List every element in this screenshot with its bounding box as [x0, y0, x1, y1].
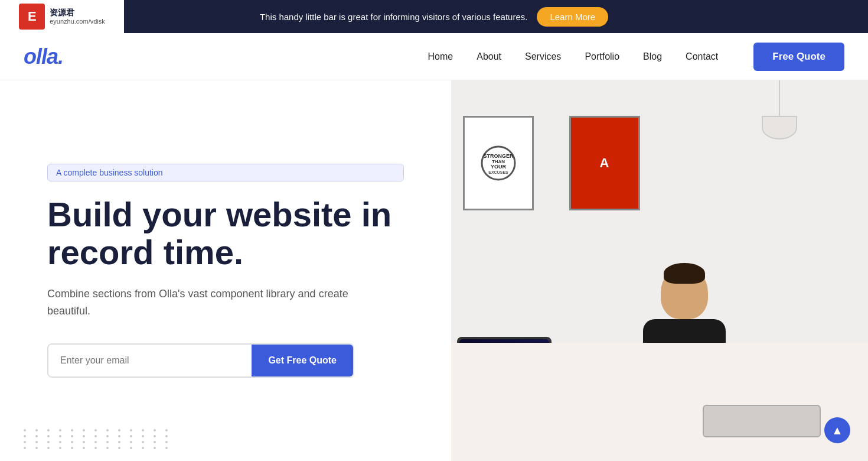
dot — [94, 447, 97, 449]
dot — [118, 441, 120, 443]
nav-link-blog[interactable]: Blog — [643, 51, 662, 61]
dot — [165, 429, 168, 431]
logo[interactable]: olla. — [24, 44, 63, 69]
learn-more-button[interactable]: Learn More — [537, 7, 608, 27]
dot — [154, 435, 156, 437]
svg-text:STRONGER: STRONGER — [484, 153, 514, 159]
watermark-icon: E — [19, 4, 45, 30]
nav-link-about[interactable]: About — [477, 51, 501, 61]
hero-left: A complete business solution Build your … — [0, 80, 451, 461]
dot — [106, 447, 109, 449]
nav-link-services[interactable]: Services — [525, 51, 561, 61]
dot — [83, 441, 85, 443]
dot — [35, 441, 38, 443]
dot — [47, 447, 50, 449]
dot — [142, 441, 144, 443]
dot — [24, 435, 26, 437]
poster-2: A — [569, 116, 640, 210]
dot — [154, 447, 156, 449]
dot — [59, 429, 61, 431]
dot — [47, 441, 50, 443]
hero-subtext: Combine sections from Olla's vast compon… — [47, 285, 378, 320]
announcement-bar: E 资源君 eyunzhu.com/vdisk This handy littl… — [0, 0, 868, 33]
watermark-logo: E 资源君 eyunzhu.com/vdisk — [0, 0, 124, 33]
dot — [142, 429, 144, 431]
ceiling-lamp — [762, 80, 797, 139]
lamp-shade — [762, 116, 797, 139]
dot — [142, 435, 144, 437]
email-input[interactable] — [48, 345, 252, 376]
dot — [106, 429, 109, 431]
hero-badge: A complete business solution — [47, 164, 404, 181]
person-head — [661, 266, 708, 319]
dot — [35, 429, 38, 431]
nav-link-home[interactable]: Home — [428, 51, 453, 61]
desk-area — [451, 343, 868, 461]
dot-grid-decoration — [24, 429, 174, 449]
dot — [83, 447, 85, 449]
dot — [130, 429, 132, 431]
dot — [165, 447, 168, 449]
dot — [71, 441, 73, 443]
free-quote-button[interactable]: Free Quote — [753, 43, 844, 71]
dot — [106, 435, 109, 437]
scroll-to-top-button[interactable]: ▲ — [824, 417, 850, 443]
dot — [94, 441, 97, 443]
get-free-quote-button[interactable]: Get Free Quote — [252, 345, 353, 376]
dot — [94, 435, 97, 437]
email-form: Get Free Quote — [47, 343, 354, 378]
hero-right: STRONGER THAN YOUR EXCUSES A — [451, 80, 868, 461]
dot — [24, 441, 26, 443]
poster-2-text: A — [599, 155, 610, 171]
dot — [154, 429, 156, 431]
dot — [118, 435, 120, 437]
dot — [35, 447, 38, 449]
dot — [142, 447, 144, 449]
dot — [35, 435, 38, 437]
dot — [130, 447, 132, 449]
nav-links: HomeAboutServicesPortfolioBlogContact — [428, 51, 719, 62]
dot — [83, 429, 85, 431]
svg-text:EXCUSES: EXCUSES — [489, 170, 509, 174]
dot — [94, 429, 97, 431]
dot — [47, 435, 50, 437]
dot — [24, 429, 26, 431]
poster-1: STRONGER THAN YOUR EXCUSES — [463, 116, 534, 210]
dot — [47, 429, 50, 431]
dot — [165, 441, 168, 443]
dot — [118, 447, 120, 449]
person-hair — [664, 263, 705, 284]
dot — [165, 435, 168, 437]
dot — [71, 447, 73, 449]
dot — [59, 435, 61, 437]
hero-heading: Build your website in record time. — [47, 196, 404, 271]
nav-link-portfolio[interactable]: Portfolio — [585, 51, 619, 61]
dot — [130, 435, 132, 437]
dot — [24, 447, 26, 449]
poster-icon: STRONGER THAN YOUR EXCUSES — [481, 145, 516, 181]
svg-text:YOUR: YOUR — [491, 164, 507, 170]
nav-link-contact[interactable]: Contact — [686, 51, 718, 61]
dot — [106, 441, 109, 443]
keyboard — [703, 405, 821, 437]
dot — [71, 429, 73, 431]
dot — [130, 441, 132, 443]
lamp-cord — [779, 80, 780, 116]
dot — [154, 441, 156, 443]
watermark-text: 资源君 eyunzhu.com/vdisk — [50, 8, 105, 25]
hero-section: A complete business solution Build your … — [0, 80, 868, 461]
announcement-text: This handy little bar is great for infor… — [260, 12, 528, 22]
navbar: olla. HomeAboutServicesPortfolioBlogCont… — [0, 33, 868, 80]
dot — [59, 447, 61, 449]
dot — [118, 429, 120, 431]
dot — [59, 441, 61, 443]
dot — [71, 435, 73, 437]
dot — [83, 435, 85, 437]
